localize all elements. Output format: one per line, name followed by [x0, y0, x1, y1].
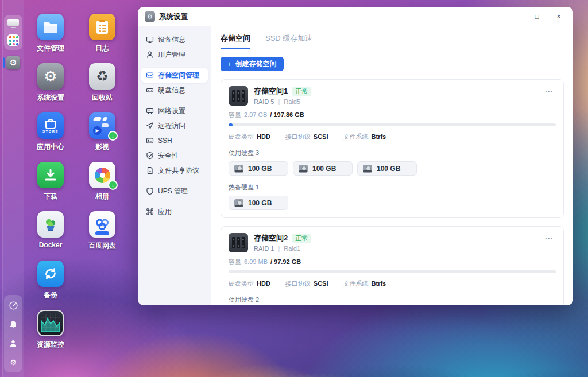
close-button[interactable]: ×: [551, 10, 566, 23]
desktop-app-recycle-bin[interactable]: ♻ 回收站: [76, 63, 128, 103]
tab-bar: 存储空间 SSD 缓存加速: [220, 26, 564, 49]
interface-label: 接口协议: [285, 133, 311, 140]
sidebar-item-label: SSH: [158, 137, 172, 145]
sidebar-item-device-info[interactable]: 设备信息: [141, 32, 208, 47]
ups-shield-icon: [146, 187, 154, 195]
desktop-app-system-settings[interactable]: ⚙ 系统设置: [25, 63, 76, 103]
pool-name: 存储空间1: [254, 86, 288, 96]
maximize-button[interactable]: □: [529, 10, 544, 23]
file-sharing-icon: [146, 166, 154, 174]
sidebar-item-network-settings[interactable]: 网络设置: [141, 103, 208, 118]
used-disks-count: 3: [256, 149, 259, 156]
desktop-app-baidu-netdisk[interactable]: 百度网盘: [76, 211, 128, 251]
device-info-icon: [146, 36, 154, 44]
sidebar-item-apps[interactable]: 应用: [141, 204, 208, 219]
sidebar-item-ssh[interactable]: SSH: [141, 133, 208, 148]
remote-access-icon: [146, 122, 154, 130]
app-label: 系统设置: [37, 93, 64, 103]
desktop-app-docker[interactable]: Docker: [25, 211, 76, 249]
pool-name: 存储空间2: [254, 233, 288, 243]
desktop-app-album[interactable]: ↓ 相册: [76, 162, 128, 201]
raid-type: Raid5: [284, 98, 300, 105]
taskbar-bottom-group: ⚙: [4, 295, 22, 372]
sidebar-item-security[interactable]: 安全性: [141, 148, 208, 163]
capacity-label: 容量: [229, 111, 241, 119]
disk-size: 100 GB: [312, 165, 336, 173]
disk-size: 100 GB: [248, 165, 272, 173]
app-launcher-icon[interactable]: [7, 34, 19, 46]
play-icon: ▶: [93, 126, 102, 135]
sidebar-item-ups-management[interactable]: UPS 管理: [141, 184, 208, 199]
tab-storage-space[interactable]: 存储空间: [220, 33, 250, 49]
sidebar-item-label: 设备信息: [158, 35, 185, 45]
file-manager-icon: [37, 14, 64, 40]
storage-pool-card-2: 存储空间2 正常 RAID 1 | Raid1 ⋯ 容量: [220, 226, 564, 305]
settings-sidebar: 设备信息 用户管理 存储空间管理 硬盘信息 网络设置: [138, 26, 211, 305]
app-label: 百度网盘: [88, 241, 116, 251]
window-title: 系统设置: [159, 12, 188, 22]
desktop-app-video[interactable]: ▶ ↓ 影视: [76, 112, 128, 152]
desktop-app-backup[interactable]: 备份: [25, 261, 76, 300]
app-label: 影视: [95, 142, 109, 152]
capacity-progress-fill: [229, 123, 233, 126]
desktop-app-resource-monitor[interactable]: 资源监控: [25, 310, 76, 349]
network-settings-icon: [146, 107, 154, 115]
more-options-icon[interactable]: ⋯: [542, 86, 556, 97]
sidebar-item-file-sharing[interactable]: 文件共享协议: [141, 163, 208, 178]
disk-chip[interactable]: 100 GB: [293, 161, 353, 176]
sidebar-item-label: UPS 管理: [158, 186, 188, 196]
active-app-indicator: [3, 57, 5, 68]
app-center-icon: STORE: [37, 112, 64, 139]
desktop-app-file-manager[interactable]: 文件管理: [25, 14, 76, 53]
disk-chip[interactable]: 100 GB: [357, 161, 417, 176]
desktop-app-log[interactable]: 日志: [76, 14, 128, 53]
sidebar-item-remote-access[interactable]: 远程访问: [141, 118, 208, 133]
desktop: ⚙ ⚙ 文件管理 日志 ⚙ 系统设置 ♻: [0, 0, 588, 377]
settings-content: 存储空间 SSD 缓存加速 + 创建存储空间 存储空间1 正常: [211, 26, 573, 305]
system-settings-app-icon: ⚙: [6, 56, 20, 69]
raid-level: RAID 5: [254, 98, 274, 105]
sidebar-item-label: 安全性: [158, 151, 179, 161]
storage-pool-card-1: 存储空间1 正常 RAID 5 | Raid5 ⋯ 容量: [220, 79, 564, 218]
app-label: 下载: [44, 192, 57, 201]
notifications-bell-icon[interactable]: [9, 320, 18, 329]
more-options-icon[interactable]: ⋯: [542, 233, 556, 244]
user-account-icon[interactable]: [9, 339, 18, 348]
filesystem-label: 文件系统: [343, 280, 369, 287]
minimize-button[interactable]: –: [508, 10, 523, 23]
storage-management-icon: [146, 71, 154, 79]
speed-dashboard-icon[interactable]: [9, 301, 18, 310]
sidebar-item-label: 硬盘信息: [158, 85, 185, 95]
apps-command-icon: [146, 208, 154, 216]
disk-chip[interactable]: 100 GB: [229, 161, 288, 176]
disk-size: 100 GB: [248, 199, 272, 207]
desktop-app-app-center[interactable]: STORE 应用中心: [25, 112, 76, 152]
desktop-preview-icon[interactable]: [7, 19, 19, 29]
app-label: 文件管理: [37, 44, 64, 53]
sidebar-item-storage-management[interactable]: 存储空间管理: [141, 68, 208, 83]
interface-value: SCSI: [314, 280, 328, 287]
capacity-used: 6.09 MB: [244, 258, 268, 265]
baidu-netdisk-icon: [89, 211, 115, 238]
capacity-label: 容量: [229, 258, 241, 266]
desktop-app-download[interactable]: 下载: [25, 162, 76, 201]
disk-type-label: 硬盘类型: [229, 280, 254, 287]
app-label: Docker: [39, 241, 63, 249]
capacity-used: 2.07 GB: [244, 111, 267, 118]
create-storage-button[interactable]: + 创建存储空间: [220, 57, 284, 71]
security-shield-icon: [146, 151, 154, 160]
sidebar-item-label: 存储空间管理: [158, 71, 199, 80]
resource-monitor-icon: [37, 310, 64, 336]
disk-chip[interactable]: 100 GB: [229, 196, 288, 210]
window-app-gear-icon: ⚙: [145, 11, 155, 22]
taskbar-running-app-system-settings[interactable]: ⚙: [2, 56, 24, 69]
log-icon: [89, 14, 115, 40]
sidebar-item-disk-info[interactable]: 硬盘信息: [141, 83, 208, 98]
tab-ssd-cache[interactable]: SSD 缓存加速: [265, 33, 312, 49]
quick-settings-gear-icon[interactable]: ⚙: [9, 357, 18, 367]
capacity-progress-bar: [229, 270, 556, 273]
sidebar-item-user-management[interactable]: 用户管理: [141, 47, 208, 62]
used-disks-label: 使用硬盘: [229, 149, 254, 156]
window-titlebar[interactable]: ⚙ 系统设置 – □ ×: [138, 7, 573, 26]
hard-drive-icon: [299, 165, 308, 173]
